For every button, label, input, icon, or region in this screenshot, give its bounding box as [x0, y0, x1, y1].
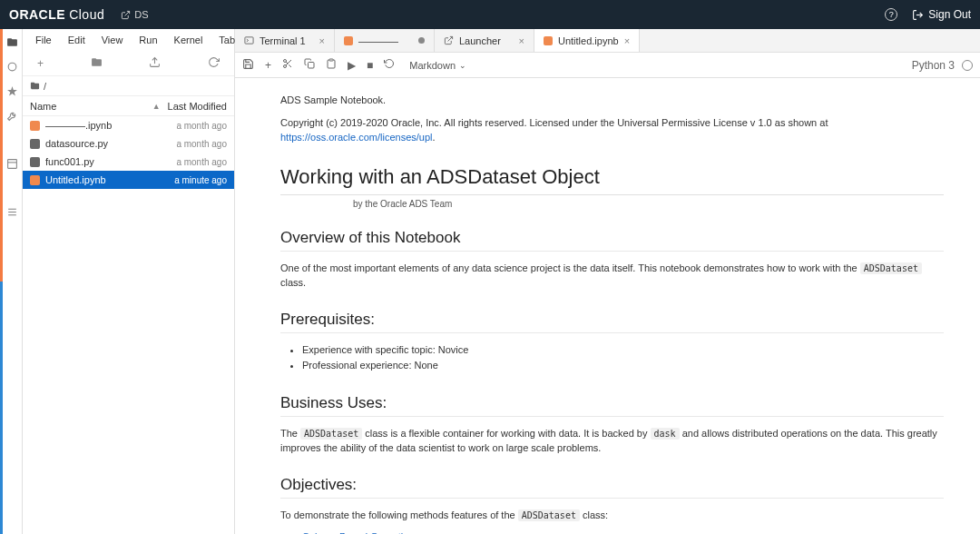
col-modified[interactable]: Last Modified: [168, 101, 227, 112]
h2-objectives: Objectives:: [280, 476, 944, 499]
file-row[interactable]: ————.ipynba month ago: [23, 116, 234, 134]
new-launcher-icon[interactable]: +: [37, 57, 44, 70]
byline: by the Oracle ADS Team: [280, 199, 944, 209]
copyright-text: Copyright (c) 2019-2020 Oracle, Inc. All…: [280, 115, 944, 145]
notebook-toolbar: + ▶ ■ Markdown ⌄ Python 3: [235, 53, 980, 78]
activity-bar: [3, 29, 23, 534]
file-toolbar: +: [23, 51, 234, 76]
cut-icon[interactable]: [282, 58, 293, 72]
cell-type-select[interactable]: Markdown ⌄: [409, 60, 466, 71]
breadcrumb-path: /: [44, 81, 46, 92]
kernel-name[interactable]: Python 3: [912, 59, 955, 72]
main-area: File Edit View Run Kernel Tabs Settings …: [0, 29, 980, 534]
overview-text: One of the most important elements of an…: [280, 261, 944, 291]
svg-point-2: [8, 63, 16, 71]
ds-label: DS: [134, 9, 148, 20]
signout-link[interactable]: Sign Out: [912, 8, 971, 21]
close-icon[interactable]: ×: [519, 35, 524, 46]
python-icon: [30, 157, 40, 167]
tabs: Terminal 1 × ———— Launcher × Untitled.ip…: [235, 29, 980, 53]
oracle-logo: ORACLECloud: [9, 7, 104, 22]
sample-text: ADS Sample Notebook.: [280, 93, 944, 108]
file-row[interactable]: func001.pya month ago: [23, 153, 234, 171]
menu-edit[interactable]: Edit: [61, 33, 93, 47]
python-icon: [30, 139, 40, 149]
list-item: Experience with specific topic: Novice: [302, 342, 944, 359]
file-name: datasource.py: [45, 138, 171, 149]
file-header: Name ▲ Last Modified: [23, 96, 234, 116]
business-text: The ADSDataset class is a flexible conta…: [280, 426, 944, 456]
save-icon[interactable]: [242, 58, 254, 73]
notebook-icon: [344, 36, 353, 45]
h2-overview: Overview of this Notebook: [280, 229, 944, 252]
sort-icon[interactable]: ▲: [152, 102, 161, 111]
new-folder-icon[interactable]: [91, 56, 103, 71]
close-icon[interactable]: ×: [624, 35, 630, 46]
folder-icon[interactable]: [6, 36, 18, 48]
svg-point-11: [284, 60, 287, 63]
commands-icon[interactable]: [6, 85, 18, 97]
stop-icon[interactable]: ■: [367, 59, 373, 72]
restart-icon[interactable]: [384, 58, 395, 72]
svg-line-0: [125, 11, 130, 15]
signout-icon: [912, 9, 924, 21]
prereq-list: Experience with specific topic: Novice P…: [280, 342, 944, 374]
run-icon[interactable]: ▶: [348, 59, 356, 72]
copy-icon[interactable]: [304, 58, 315, 72]
team-link[interactable]: Oracle ADS Team: [380, 199, 452, 209]
svg-rect-3: [8, 160, 17, 169]
notebook-icon: [30, 121, 40, 131]
chevron-down-icon: ⌄: [459, 61, 466, 70]
tab-active[interactable]: Untitled.ipynb ×: [534, 29, 640, 52]
terminal-icon: [244, 35, 254, 45]
file-list: ————.ipynba month ago datasource.pya mon…: [23, 116, 234, 534]
file-age: a month ago: [176, 157, 227, 167]
svg-line-10: [448, 36, 453, 41]
external-link-icon: [444, 35, 454, 45]
tab-label: Untitled.ipynb: [558, 35, 619, 46]
col-name[interactable]: Name: [30, 101, 152, 112]
notebook-title: Working with an ADSDataset Object: [280, 165, 944, 195]
tab-terminal[interactable]: Terminal 1 ×: [235, 29, 335, 52]
license-link[interactable]: https://oss.oracle.com/licenses/upl: [280, 132, 433, 143]
tabs-icon[interactable]: [6, 158, 18, 170]
file-row[interactable]: Untitled.ipynba minute ago: [23, 171, 234, 189]
dirty-indicator: [418, 37, 425, 44]
add-cell-icon[interactable]: +: [265, 59, 271, 72]
brand-oracle: ORACLE: [9, 7, 65, 22]
list-icon[interactable]: [6, 206, 18, 218]
file-age: a month ago: [176, 139, 227, 149]
file-row[interactable]: datasource.pya month ago: [23, 134, 234, 153]
oracle-header: ORACLECloud DS ? Sign Out: [0, 0, 980, 29]
refresh-icon[interactable]: [208, 56, 220, 71]
list-item: Professional experience: None: [302, 358, 944, 374]
kernel-status-icon[interactable]: [962, 60, 973, 71]
h2-business: Business Uses:: [280, 394, 944, 417]
svg-line-14: [289, 64, 291, 67]
file-panel: File Edit View Run Kernel Tabs Settings …: [23, 29, 235, 534]
menu-run[interactable]: Run: [132, 33, 164, 47]
svg-rect-9: [245, 37, 253, 44]
menu-kernel[interactable]: Kernel: [167, 33, 211, 47]
tab-notebook[interactable]: ————: [335, 29, 435, 52]
objectives-list: Column Based Operations: [280, 529, 944, 534]
notebook-icon: [30, 175, 40, 185]
signout-label: Sign Out: [928, 8, 971, 21]
folder-icon: [30, 81, 40, 91]
menu-view[interactable]: View: [94, 33, 131, 47]
help-icon[interactable]: ?: [885, 8, 897, 21]
close-icon[interactable]: ×: [319, 35, 325, 46]
menu-file[interactable]: File: [28, 33, 59, 47]
tab-label: ————: [358, 35, 398, 46]
upload-icon[interactable]: [149, 56, 161, 71]
content-panel: Terminal 1 × ———— Launcher × Untitled.ip…: [235, 29, 980, 534]
paste-icon[interactable]: [326, 58, 337, 72]
ds-link[interactable]: DS: [121, 9, 148, 20]
notebook-content[interactable]: ADS Sample Notebook. Copyright (c) 2019-…: [235, 78, 980, 534]
file-name: func001.py: [45, 156, 171, 167]
wrench-icon[interactable]: [6, 110, 18, 122]
breadcrumb[interactable]: /: [23, 76, 234, 96]
tab-launcher[interactable]: Launcher ×: [435, 29, 534, 52]
running-icon[interactable]: [6, 61, 18, 73]
svg-line-15: [286, 62, 288, 64]
